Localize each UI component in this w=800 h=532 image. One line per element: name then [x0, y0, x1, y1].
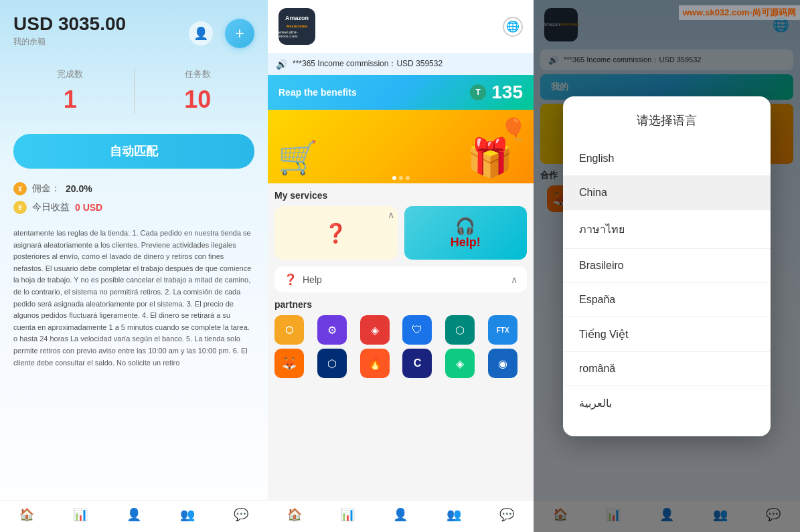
headphones-icon: 🎧 [455, 217, 475, 236]
globe-icon[interactable]: 🌐 [503, 17, 523, 37]
banner-cart-icon: 🛒 [278, 139, 318, 177]
home-icon: 🏠 [19, 507, 34, 522]
add-button[interactable]: + [225, 19, 254, 48]
avatar-button[interactable]: 👤 [189, 21, 213, 46]
daily-income-value: 0 USD [75, 202, 102, 213]
lang-china[interactable]: China [563, 176, 771, 210]
banner-balloon-icon: 🎈 [500, 116, 527, 142]
stats-row: 完成数 1 任务数 10 [0, 55, 268, 127]
amazon-logo: AmazonAssociates www.afnr-store.com [278, 8, 315, 45]
nav-home-left[interactable]: 🏠 [19, 507, 34, 522]
help-left: ❓ Help [284, 273, 322, 286]
speaker-icon: 🔊 [276, 59, 287, 70]
banner-image: 🛒 🎁 🎈 [268, 110, 534, 183]
lang-arabic[interactable]: بالعربية [563, 386, 771, 420]
team-icon: 👥 [180, 507, 195, 522]
partner-fox[interactable]: 🦊 [274, 349, 304, 378]
message-icon: 💬 [234, 507, 248, 522]
home-icon-middle: 🏠 [287, 507, 302, 522]
bottom-nav-middle: 🏠 📊 👤 👥 💬 [268, 500, 534, 532]
tether-icon: T [470, 84, 486, 100]
completed-value: 1 [13, 86, 127, 114]
question-mark-icon: ❓ [324, 222, 347, 244]
amazon-url: www.afnr-store.com [278, 30, 315, 38]
nav-message-left[interactable]: 💬 [234, 507, 248, 522]
nav-stats-left[interactable]: 📊 [73, 507, 88, 522]
team-icon-middle: 👥 [447, 507, 461, 522]
earnings-row: ¥ 佣金： 20.0% ¥ 今日收益 0 USD [0, 175, 268, 221]
coin-icon-commission: ¥ [13, 182, 27, 195]
partner-teal[interactable]: ⬡ [445, 315, 475, 345]
lang-romanian[interactable]: română [563, 352, 771, 386]
partners-grid: ⬡ ⚙ ◈ 🛡 ⬡ FTX 🦊 [274, 315, 527, 378]
left-header: USD 3035.00 我的余额 👤 + [0, 0, 268, 55]
help-text: Help! [451, 236, 481, 250]
balance-section: USD 3035.00 我的余额 [13, 13, 189, 48]
nav-message-middle[interactable]: 💬 [499, 507, 514, 522]
nav-profile-left[interactable]: 👤 [127, 507, 141, 522]
tasks-label: 任务数 [141, 68, 255, 80]
partner-red[interactable]: ◈ [360, 315, 390, 345]
question-circle-icon: ❓ [284, 273, 297, 286]
help-label: Help [303, 274, 322, 285]
chevron-up-icon: ∧ [388, 209, 394, 220]
amazon-associates-text: Associates [287, 24, 308, 28]
notification-bar: 🔊 ***365 Income commission：USD 359532 [268, 53, 534, 75]
daily-income-label: 今日收益 [32, 201, 70, 213]
language-modal-overlay[interactable]: 请选择语言 English China ภาษาไทย Brasileiro E… [534, 0, 800, 532]
benefits-bar: Reap the benefits T 135 [268, 75, 534, 110]
match-button[interactable]: 自动匹配 [13, 134, 254, 169]
dot-1 [392, 176, 396, 180]
left-panel: USD 3035.00 我的余额 👤 + 完成数 1 任务数 10 自动匹配 ¥… [0, 0, 268, 532]
middle-panel: AmazonAssociates www.afnr-store.com 🌐 🔊 … [268, 0, 534, 532]
partner-blue2[interactable]: ◉ [488, 349, 517, 378]
nav-stats-middle[interactable]: 📊 [340, 507, 355, 522]
balance-amount: USD 3035.00 [13, 13, 189, 35]
partner-binance[interactable]: ⬡ [274, 315, 304, 345]
benefits-label: Reap the benefits [278, 87, 357, 98]
middle-header: AmazonAssociates www.afnr-store.com 🌐 [268, 0, 534, 53]
service-card-question[interactable]: ❓ ∧ [274, 206, 398, 260]
partner-blue-shield[interactable]: 🛡 [402, 315, 432, 345]
partner-ftx[interactable]: FTX [488, 315, 517, 345]
middle-content: My services ❓ ∧ 🎧 Help! ❓ Help ∧ partner… [268, 183, 534, 500]
banner-dots [392, 176, 410, 180]
commission-item: ¥ 佣金： 20.0% [13, 182, 254, 195]
partner-crypto[interactable]: ⬡ [317, 349, 347, 378]
tasks-value: 10 [141, 86, 255, 114]
commission-value: 20.0% [66, 183, 92, 194]
amazon-logo-text: AmazonAssociates [285, 15, 309, 29]
stats-icon: 📊 [73, 507, 88, 522]
nav-home-middle[interactable]: 🏠 [287, 507, 302, 522]
bottom-nav-left: 🏠 📊 👤 👥 💬 [0, 500, 268, 532]
partner-fire[interactable]: 🔥 [360, 349, 390, 378]
commission-label: 佣金： [32, 183, 60, 195]
nav-team-left[interactable]: 👥 [180, 507, 195, 522]
my-services-label: My services [274, 190, 527, 201]
rules-text: atentamente las reglas de la tienda: 1. … [0, 221, 268, 500]
profile-icon: 👤 [127, 507, 141, 522]
service-card-help[interactable]: 🎧 Help! [404, 206, 528, 260]
partners-section: partners ⬡ ⚙ ◈ 🛡 ⬡ FTX [274, 299, 527, 378]
partner-kucoin[interactable]: ◈ [445, 349, 475, 378]
partner-circle[interactable]: C [402, 349, 432, 378]
completed-label: 完成数 [13, 68, 127, 80]
lang-espana[interactable]: España [563, 283, 771, 317]
lang-thai[interactable]: ภาษาไทย [563, 210, 771, 249]
notification-text: ***365 Income commission：USD 359532 [293, 58, 443, 70]
coin-icon-income: ¥ [13, 201, 27, 214]
daily-income-item: ¥ 今日收益 0 USD [13, 201, 254, 214]
lang-brasileiro[interactable]: Brasileiro [563, 249, 771, 283]
profile-icon-middle: 👤 [393, 507, 408, 522]
nav-profile-middle[interactable]: 👤 [393, 507, 408, 522]
chevron-up-icon-help: ∧ [511, 274, 517, 285]
message-icon-middle: 💬 [499, 507, 514, 522]
lang-english[interactable]: English [563, 142, 771, 176]
stats-icon-middle: 📊 [340, 507, 355, 522]
help-section[interactable]: ❓ Help ∧ [274, 266, 527, 292]
balance-label: 我的余额 [13, 36, 189, 48]
benefits-amount: 135 [491, 82, 523, 103]
lang-vietnamese[interactable]: Tiếng Việt [563, 317, 771, 352]
nav-team-middle[interactable]: 👥 [447, 507, 461, 522]
partner-purple[interactable]: ⚙ [317, 315, 347, 345]
